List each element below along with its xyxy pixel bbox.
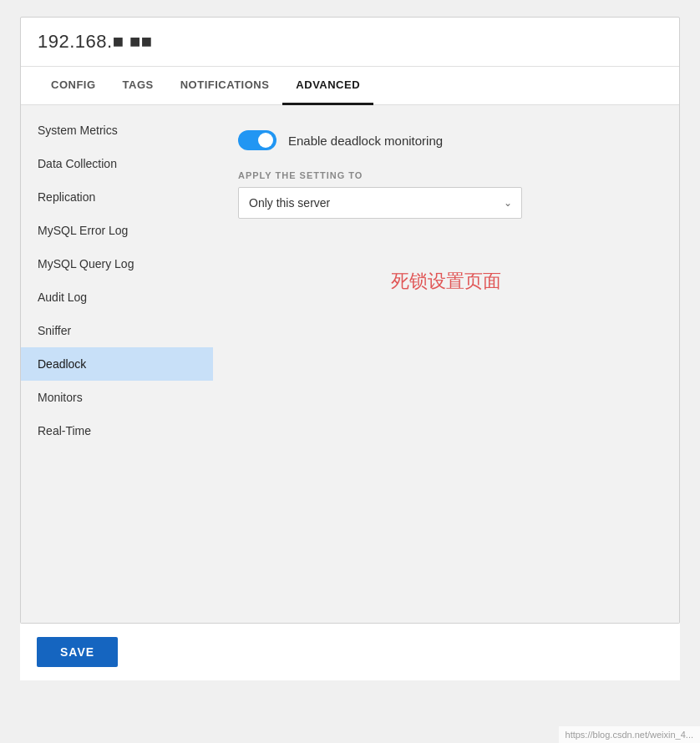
sidebar-item-real-time[interactable]: Real-Time: [21, 414, 213, 447]
main-panel: Enable deadlock monitoring APPLY THE SET…: [213, 105, 679, 623]
save-button[interactable]: SAVE: [37, 637, 118, 667]
dropdown-wrapper: Only this server All servers ⌄: [238, 187, 522, 219]
sidebar-item-data-collection[interactable]: Data Collection: [21, 147, 213, 180]
deadlock-monitoring-toggle[interactable]: [238, 130, 276, 150]
content-area: System Metrics Data Collection Replicati…: [21, 105, 679, 623]
toggle-row: Enable deadlock monitoring: [238, 130, 654, 150]
sidebar-item-mysql-error-log[interactable]: MySQL Error Log: [21, 214, 213, 247]
sidebar: System Metrics Data Collection Replicati…: [21, 105, 213, 623]
server-header: 192.168.■ ■■: [21, 18, 679, 67]
tab-config[interactable]: CONFIG: [38, 67, 109, 105]
tab-notifications[interactable]: NOTIFICATIONS: [167, 67, 283, 105]
main-container: 192.168.■ ■■ CONFIG TAGS NOTIFICATIONS A…: [20, 17, 680, 624]
apply-setting-section: APPLY THE SETTING TO Only this server Al…: [238, 170, 654, 219]
sidebar-item-mysql-query-log[interactable]: MySQL Query Log: [21, 247, 213, 281]
server-ip: 192.168.■ ■■: [38, 31, 153, 52]
sidebar-item-audit-log[interactable]: Audit Log: [21, 281, 213, 314]
apply-setting-dropdown[interactable]: Only this server All servers: [238, 187, 522, 219]
sidebar-item-sniffer[interactable]: Sniffer: [21, 314, 213, 347]
footer: SAVE: [20, 624, 680, 680]
sidebar-item-deadlock[interactable]: Deadlock: [21, 347, 213, 381]
sidebar-item-system-metrics[interactable]: System Metrics: [21, 114, 213, 147]
tab-bar: CONFIG TAGS NOTIFICATIONS ADVANCED: [21, 67, 679, 105]
watermark-text: 死锁设置页面: [238, 269, 654, 294]
footer-bar: SAVE: [20, 624, 680, 680]
toggle-label: Enable deadlock monitoring: [288, 134, 443, 148]
toggle-slider: [238, 130, 276, 150]
tab-advanced[interactable]: ADVANCED: [282, 67, 373, 105]
url-bar: https://blog.csdn.net/weixin_4...: [559, 726, 700, 743]
sidebar-item-monitors[interactable]: Monitors: [21, 381, 213, 414]
tab-tags[interactable]: TAGS: [109, 67, 167, 105]
apply-setting-label: APPLY THE SETTING TO: [238, 170, 654, 180]
sidebar-item-replication[interactable]: Replication: [21, 180, 213, 214]
